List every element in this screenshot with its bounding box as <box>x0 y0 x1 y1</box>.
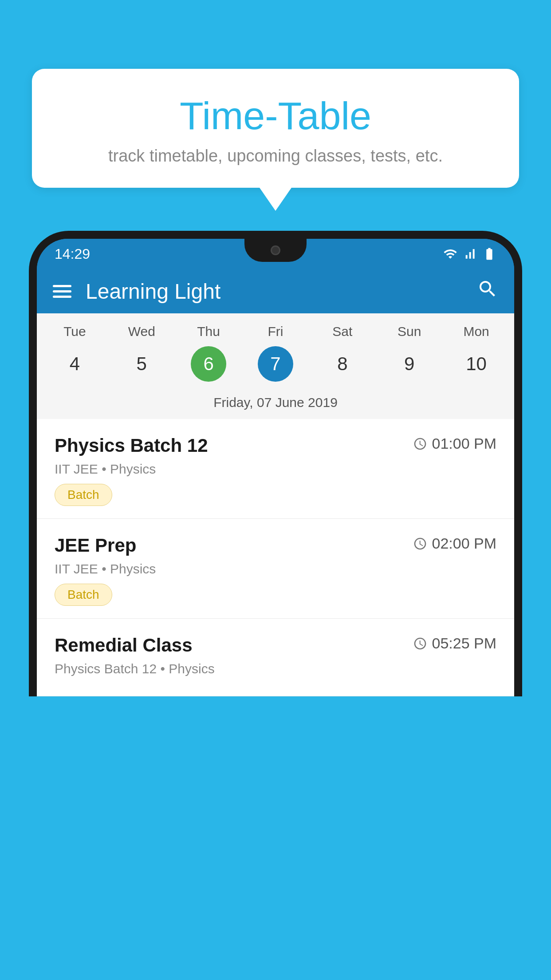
phone-screen: 14:29 <box>37 239 514 696</box>
status-icons <box>443 247 496 261</box>
schedule-list: Physics Batch 12 01:00 PM IIT JEE • Phys… <box>37 419 514 696</box>
schedule-item-title: JEE Prep <box>55 535 136 556</box>
clock-icon <box>413 537 427 551</box>
schedule-item-header: JEE Prep 02:00 PM <box>55 535 496 556</box>
day-header: Fri <box>242 324 309 343</box>
bubble-title: Time-Table <box>59 93 492 138</box>
schedule-item-header: Physics Batch 12 01:00 PM <box>55 435 496 456</box>
schedule-item-subtitle: Physics Batch 12 • Physics <box>55 661 496 676</box>
day-header: Wed <box>108 324 175 343</box>
batch-tag: Batch <box>55 584 112 606</box>
clock-icon <box>413 437 427 451</box>
day-number[interactable]: 6 <box>191 346 226 382</box>
batch-tag: Batch <box>55 484 112 506</box>
day-header: Sat <box>309 324 376 343</box>
camera-icon <box>271 245 280 255</box>
day-number[interactable]: 10 <box>443 346 510 382</box>
day-headers: TueWedThuFriSatSunMon <box>37 324 514 343</box>
hamburger-menu-button[interactable] <box>53 285 71 298</box>
phone-notch <box>244 239 307 262</box>
schedule-item-header: Remedial Class 05:25 PM <box>55 635 496 656</box>
day-number[interactable]: 7 <box>258 346 293 382</box>
speech-bubble: Time-Table track timetable, upcoming cla… <box>32 69 519 188</box>
day-number[interactable]: 5 <box>108 346 175 382</box>
schedule-item[interactable]: Physics Batch 12 01:00 PM IIT JEE • Phys… <box>37 419 514 519</box>
schedule-item[interactable]: JEE Prep 02:00 PM IIT JEE • Physics Batc… <box>37 519 514 619</box>
status-bar: 14:29 <box>37 239 514 269</box>
status-time: 14:29 <box>55 246 90 262</box>
schedule-item[interactable]: Remedial Class 05:25 PM Physics Batch 12… <box>37 619 514 696</box>
schedule-item-time: 05:25 PM <box>413 635 496 652</box>
phone-outer: 14:29 <box>29 231 522 696</box>
schedule-item-subtitle: IIT JEE • Physics <box>55 561 496 577</box>
app-title: Learning Light <box>86 279 477 304</box>
day-header: Thu <box>175 324 242 343</box>
search-button[interactable] <box>477 278 498 304</box>
app-header: Learning Light <box>37 269 514 313</box>
selected-date-label: Friday, 07 June 2019 <box>37 391 514 419</box>
day-header: Mon <box>443 324 510 343</box>
day-number[interactable]: 9 <box>376 346 443 382</box>
clock-icon <box>413 636 427 651</box>
calendar-week: TueWedThuFriSatSunMon 45678910 Friday, 0… <box>37 313 514 419</box>
signal-icon <box>463 247 477 261</box>
day-header: Tue <box>41 324 108 343</box>
day-number[interactable]: 8 <box>309 346 376 382</box>
schedule-item-title: Remedial Class <box>55 635 193 656</box>
schedule-item-time: 02:00 PM <box>413 535 496 552</box>
schedule-item-title: Physics Batch 12 <box>55 435 208 456</box>
day-number[interactable]: 4 <box>41 346 108 382</box>
wifi-icon <box>443 247 457 261</box>
day-numbers: 45678910 <box>37 343 514 391</box>
day-header: Sun <box>376 324 443 343</box>
schedule-item-subtitle: IIT JEE • Physics <box>55 462 496 477</box>
phone-mockup: 14:29 <box>29 231 522 980</box>
schedule-item-time: 01:00 PM <box>413 435 496 452</box>
bubble-subtitle: track timetable, upcoming classes, tests… <box>59 146 492 166</box>
battery-icon <box>482 247 496 261</box>
